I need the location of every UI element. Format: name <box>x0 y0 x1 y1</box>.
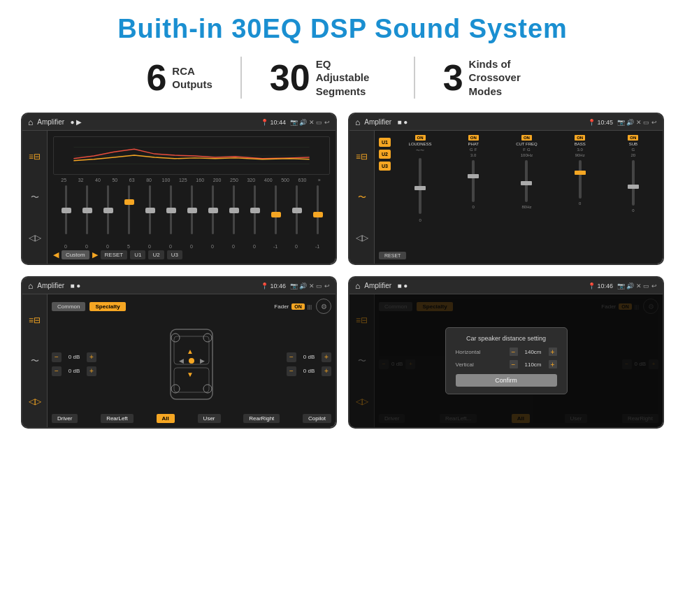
minus-btn-3[interactable]: − <box>287 352 296 362</box>
next-arrow[interactable]: ▶ <box>92 250 98 259</box>
sub-slider[interactable] <box>632 160 635 206</box>
btn-driver[interactable]: Driver <box>52 414 78 423</box>
v-minus[interactable]: − <box>510 360 518 368</box>
page-container: Buith-in 30EQ DSP Sound System 6 RCAOutp… <box>0 0 685 616</box>
preset-u3[interactable]: U3 <box>379 162 391 171</box>
tab-specialty[interactable]: Specialty <box>89 302 125 311</box>
svg-text:◀: ◀ <box>179 357 184 364</box>
plus-btn-3[interactable]: + <box>322 352 331 362</box>
fader-row: Fader ON ||| <box>274 303 312 310</box>
vol-row-1: − 0 dB + <box>52 352 96 362</box>
topbar-icons-amp2: 📷 🔊 ✕ ▭ ↩ <box>617 119 657 126</box>
btn-user[interactable]: User <box>198 414 221 423</box>
tab-common[interactable]: Common <box>52 302 85 311</box>
preset-u1[interactable]: U1 <box>379 138 391 147</box>
vol-row-4: − 0 dB + <box>287 366 331 376</box>
cross-top: Common Specialty Fader ON ||| ⚙ <box>52 299 331 314</box>
eq-slider-9[interactable] <box>224 185 243 241</box>
plus-btn-2[interactable]: + <box>87 366 96 376</box>
preset-u2[interactable]: U2 <box>379 150 391 159</box>
wave-icon-3[interactable]: 〜 <box>27 354 43 368</box>
eq-freq-labels: 25 32 40 50 63 80 100 125 160 200 250 32… <box>53 178 330 182</box>
sub-20: 20 <box>631 153 636 157</box>
prev-arrow[interactable]: ◀ <box>53 250 59 259</box>
btn-u1[interactable]: U1 <box>130 250 145 259</box>
btn-copilot[interactable]: Copilot <box>303 414 331 423</box>
channel-phat: ON PHAT GF 3.0 0 <box>448 135 498 209</box>
plus-btn-4[interactable]: + <box>322 366 331 376</box>
plus-btn-1[interactable]: + <box>87 352 96 362</box>
cross-bottom: Driver RearLeft All User RearRight Copil… <box>52 414 331 423</box>
preset-custom[interactable]: Custom <box>62 250 89 259</box>
v-plus[interactable]: + <box>549 360 557 368</box>
home-icon-2[interactable]: ⌂ <box>355 117 360 127</box>
eq-slider-4[interactable] <box>119 185 138 241</box>
dialog-title: Car speaker distance setting <box>456 335 557 342</box>
speaker-icon-3[interactable]: ◁▷ <box>27 394 43 408</box>
minus-btn-1[interactable]: − <box>52 352 62 362</box>
eq-slider-8[interactable] <box>203 185 222 241</box>
minus-btn-4[interactable]: − <box>287 366 296 376</box>
time-amp2: 📍 10:45 <box>588 119 613 126</box>
screen-body-cross: ≡⊟ 〜 ◁▷ Common Specialty Fader ON ||| <box>22 294 336 427</box>
eq-icon-3[interactable]: ≡⊟ <box>27 313 43 327</box>
h-plus[interactable]: + <box>549 348 557 356</box>
home-icon-3[interactable]: ⌂ <box>28 281 33 291</box>
screen-dialog: ⌂ Amplifier ■ ● 📍 10:46 📷 🔊 ✕ ▭ ↩ ≡⊟ 〜 ◁… <box>348 276 664 429</box>
eq-slider-3[interactable] <box>98 185 117 241</box>
screen-cross: ⌂ Amplifier ■ ● 📍 10:46 📷 🔊 ✕ ▭ ↩ ≡⊟ 〜 ◁… <box>21 276 337 429</box>
eq-slider-2[interactable] <box>77 185 96 241</box>
phat-on[interactable]: ON <box>468 135 479 141</box>
screens-grid: ⌂ Amplifier ● ▶ 📍 10:44 📷 🔊 ✕ ▭ ↩ ≡⊟ 〜 ◁… <box>21 113 664 429</box>
home-icon-4[interactable]: ⌂ <box>355 281 360 291</box>
eq-slider-6[interactable] <box>161 185 180 241</box>
bass-label: BASS <box>575 142 586 146</box>
btn-rearright[interactable]: RearRight <box>243 414 280 423</box>
bass-slider[interactable] <box>579 160 582 199</box>
bass-on[interactable]: ON <box>575 135 585 141</box>
cutfreq-slider[interactable] <box>525 160 528 202</box>
loudness-slider[interactable] <box>419 158 421 214</box>
loudness-on[interactable]: ON <box>415 135 426 141</box>
btn-all[interactable]: All <box>157 414 175 423</box>
cutfreq-label: CUT FREQ <box>516 142 538 146</box>
eq-slider-5[interactable] <box>140 185 159 241</box>
home-icon[interactable]: ⌂ <box>28 117 33 127</box>
sidebar-amp2: ≡⊟ 〜 ◁▷ <box>349 131 375 264</box>
loudness-zero: 0 <box>419 218 421 222</box>
wave-icon[interactable]: 〜 <box>27 190 43 204</box>
eq-slider-13[interactable] <box>308 185 327 241</box>
eq-slider-11[interactable] <box>266 185 285 241</box>
h-minus[interactable]: − <box>510 348 518 356</box>
stat-rca: 6 RCAOutputs <box>118 59 240 96</box>
btn-reset[interactable]: RESET <box>101 250 128 259</box>
eq-slider-7[interactable] <box>182 185 201 241</box>
vol-row-3: − 0 dB + <box>287 352 331 362</box>
eq-slider-1[interactable] <box>56 185 75 241</box>
wave-icon-2[interactable]: 〜 <box>354 190 370 204</box>
sub-on[interactable]: ON <box>628 135 638 141</box>
cutfreq-on[interactable]: ON <box>521 135 532 141</box>
amp2-reset-row: RESET <box>379 252 658 259</box>
dialog-overlay: Car speaker distance setting Horizontal … <box>349 294 663 427</box>
eq-icon[interactable]: ≡⊟ <box>27 150 43 164</box>
fader-on[interactable]: ON <box>291 303 305 310</box>
eq-icon-2[interactable]: ≡⊟ <box>354 150 370 164</box>
confirm-button[interactable]: Confirm <box>456 374 557 387</box>
phat-zero: 0 <box>473 205 475 209</box>
stats-row: 6 RCAOutputs 30 EQ AdjustableSegments 3 … <box>21 57 664 99</box>
speaker-icon-2[interactable]: ◁▷ <box>354 231 370 245</box>
eq-slider-12[interactable] <box>287 185 306 241</box>
stat-crossover: 3 Kinds ofCrossover Modes <box>415 57 567 99</box>
time-cross: 📍 10:46 <box>261 282 286 289</box>
phat-val1: 3.0 <box>470 153 476 157</box>
btn-rearleft[interactable]: RearLeft <box>101 414 134 423</box>
eq-slider-10[interactable] <box>245 185 264 241</box>
btn-reset-amp2[interactable]: RESET <box>379 252 406 259</box>
btn-u3[interactable]: U3 <box>167 250 182 259</box>
minus-btn-2[interactable]: − <box>52 366 62 376</box>
settings-icon[interactable]: ⚙ <box>316 299 331 314</box>
btn-u2[interactable]: U2 <box>148 250 164 259</box>
speaker-icon[interactable]: ◁▷ <box>27 231 43 245</box>
phat-slider[interactable] <box>472 160 475 202</box>
